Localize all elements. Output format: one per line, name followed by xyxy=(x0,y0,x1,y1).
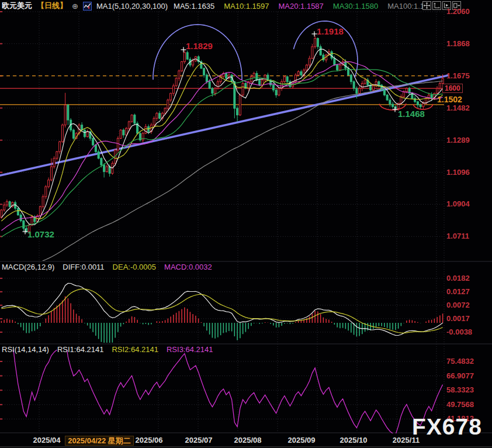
axis-zoom-icon[interactable] xyxy=(432,1,441,10)
exit-chart-icon[interactable] xyxy=(452,1,461,10)
chart-toolbar xyxy=(422,1,461,10)
pan-icon[interactable] xyxy=(422,1,431,10)
macd-histogram xyxy=(1,297,442,345)
trendline[interactable] xyxy=(0,75,448,175)
trading-chart-app: 欧元美元 【日线】 ⊕ MA1(5,10,20,30,100) MA5:1.16… xyxy=(0,0,492,448)
axis-playback-icon[interactable] xyxy=(442,1,451,10)
chart-canvas[interactable] xyxy=(0,0,492,448)
rsi-line xyxy=(1,321,442,435)
